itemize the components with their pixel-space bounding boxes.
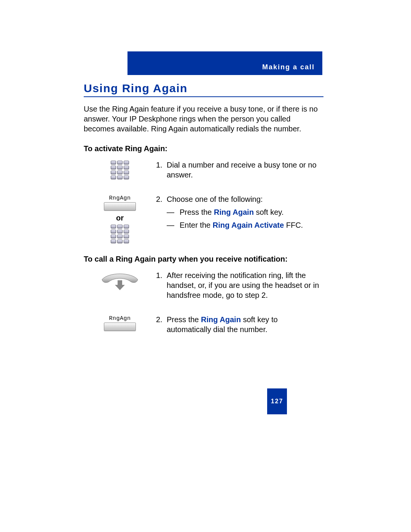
step-number: 2. (156, 315, 167, 334)
section-b-step1: 1. After receiving the notification ring… (84, 270, 323, 303)
handset-lift-icon (99, 271, 141, 292)
step-number: 2. (156, 194, 167, 204)
keypad-icon (111, 225, 129, 243)
dash-icon: — (167, 220, 180, 230)
keypad-icon (84, 160, 156, 179)
softkey-group: RngAgn (104, 195, 136, 211)
or-label: or (116, 214, 124, 222)
softkey-group: RngAgn (104, 315, 136, 331)
section-b-heading: To call a Ring Again party when you rece… (84, 255, 323, 264)
softkey-button (104, 323, 136, 331)
softkey-button (104, 202, 136, 211)
intro-paragraph: Use the Ring Again feature if you receiv… (84, 104, 323, 134)
option-1: Press the Ring Again soft key. (180, 207, 284, 217)
section-a-step1: 1. Dial a number and receive a busy tone… (84, 160, 323, 183)
step-text: Press the Ring Again soft key to automat… (167, 315, 323, 334)
dash-icon: — (167, 207, 180, 217)
page-title: Using Ring Again (84, 82, 323, 97)
section-a-step2: RngAgn or 2. Choose one of the following… (84, 194, 323, 243)
softkey-label: RngAgn (109, 315, 131, 322)
step-text: Choose one of the following: (167, 194, 263, 204)
option-2: Enter the Ring Again Activate FFC. (180, 220, 303, 230)
page-number: 127 (271, 398, 284, 405)
step-text: Dial a number and receive a busy tone or… (167, 160, 323, 180)
step-text: After receiving the notification ring, l… (167, 270, 323, 300)
step-number: 1. (156, 270, 167, 300)
section-a-heading: To activate Ring Again: (84, 144, 323, 153)
step-number: 1. (156, 160, 167, 180)
softkey-label: RngAgn (109, 195, 131, 201)
content-area: Using Ring Again Use the Ring Again feat… (84, 82, 323, 349)
header-section-label: Making a call (262, 63, 315, 71)
section-b-step2: RngAgn 2. Press the Ring Again soft key … (84, 315, 323, 337)
page-number-badge: 127 (267, 388, 287, 414)
header-bar: Making a call (127, 51, 322, 75)
